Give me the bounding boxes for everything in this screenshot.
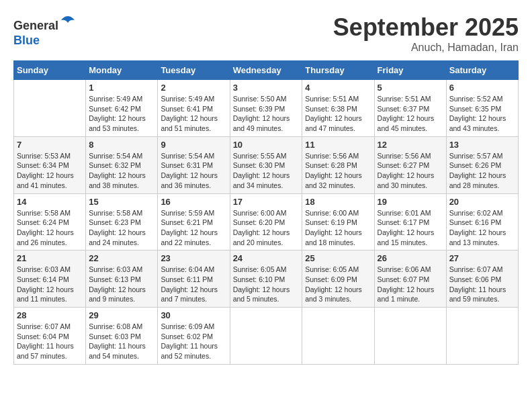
month-title: September 2025 bbox=[333, 13, 519, 42]
day-cell-26: 26Sunrise: 6:06 AMSunset: 6:07 PMDayligh… bbox=[374, 250, 446, 308]
day-info: Sunrise: 6:01 AMSunset: 6:17 PMDaylight:… bbox=[378, 208, 443, 248]
logo-bird-icon bbox=[60, 13, 76, 30]
calendar-table: SundayMondayTuesdayWednesdayThursdayFrid… bbox=[13, 60, 519, 365]
day-number: 12 bbox=[378, 140, 443, 150]
weekday-header-wednesday: Wednesday bbox=[230, 61, 302, 80]
day-cell-24: 24Sunrise: 6:05 AMSunset: 6:10 PMDayligh… bbox=[230, 250, 302, 308]
day-cell-11: 11Sunrise: 5:56 AMSunset: 6:28 PMDayligh… bbox=[302, 136, 374, 193]
day-info: Sunrise: 6:00 AMSunset: 6:20 PMDaylight:… bbox=[233, 208, 300, 248]
day-cell-22: 22Sunrise: 6:03 AMSunset: 6:13 PMDayligh… bbox=[86, 250, 158, 308]
day-info: Sunrise: 6:03 AMSunset: 6:13 PMDaylight:… bbox=[89, 265, 154, 304]
day-cell-12: 12Sunrise: 5:56 AMSunset: 6:27 PMDayligh… bbox=[374, 136, 446, 193]
calendar-week-5: 28Sunrise: 6:07 AMSunset: 6:04 PMDayligh… bbox=[14, 308, 519, 365]
day-info: Sunrise: 5:53 AMSunset: 6:34 PMDaylight:… bbox=[17, 151, 83, 191]
calendar-week-3: 14Sunrise: 5:58 AMSunset: 6:24 PMDayligh… bbox=[14, 193, 519, 250]
day-info: Sunrise: 5:56 AMSunset: 6:27 PMDaylight:… bbox=[378, 151, 443, 191]
day-cell-23: 23Sunrise: 6:04 AMSunset: 6:11 PMDayligh… bbox=[158, 250, 230, 308]
day-number: 13 bbox=[449, 140, 515, 150]
day-cell-7: 7Sunrise: 5:53 AMSunset: 6:34 PMDaylight… bbox=[14, 136, 86, 193]
day-number: 15 bbox=[89, 197, 154, 207]
day-cell-25: 25Sunrise: 6:05 AMSunset: 6:09 PMDayligh… bbox=[302, 250, 374, 308]
day-number: 14 bbox=[17, 197, 83, 207]
day-cell-4: 4Sunrise: 5:51 AMSunset: 6:38 PMDaylight… bbox=[302, 80, 374, 137]
day-info: Sunrise: 5:58 AMSunset: 6:23 PMDaylight:… bbox=[89, 208, 154, 248]
day-number: 2 bbox=[161, 83, 226, 93]
weekday-header-saturday: Saturday bbox=[446, 61, 518, 80]
day-number: 18 bbox=[305, 197, 371, 207]
weekday-header-tuesday: Tuesday bbox=[158, 61, 230, 80]
day-info: Sunrise: 6:06 AMSunset: 6:07 PMDaylight:… bbox=[378, 265, 443, 304]
day-number: 29 bbox=[89, 310, 154, 320]
day-cell-28: 28Sunrise: 6:07 AMSunset: 6:04 PMDayligh… bbox=[14, 308, 86, 365]
day-info: Sunrise: 5:54 AMSunset: 6:32 PMDaylight:… bbox=[89, 151, 154, 191]
logo: General Blue bbox=[13, 13, 76, 48]
day-number: 19 bbox=[378, 197, 443, 207]
calendar-week-4: 21Sunrise: 6:03 AMSunset: 6:14 PMDayligh… bbox=[14, 250, 519, 308]
day-number: 7 bbox=[17, 140, 83, 150]
day-info: Sunrise: 5:49 AMSunset: 6:41 PMDaylight:… bbox=[161, 94, 226, 134]
day-cell-30: 30Sunrise: 6:09 AMSunset: 6:02 PMDayligh… bbox=[158, 308, 230, 365]
day-cell-21: 21Sunrise: 6:03 AMSunset: 6:14 PMDayligh… bbox=[14, 250, 86, 308]
day-number: 22 bbox=[89, 253, 154, 263]
day-number: 3 bbox=[233, 83, 300, 93]
day-number: 23 bbox=[161, 253, 226, 263]
day-number: 21 bbox=[17, 253, 83, 263]
day-number: 6 bbox=[449, 83, 515, 93]
page-header: General Blue September 2025 Anuch, Hamad… bbox=[13, 13, 519, 54]
day-info: Sunrise: 5:59 AMSunset: 6:21 PMDaylight:… bbox=[161, 208, 226, 248]
weekday-header-thursday: Thursday bbox=[302, 61, 374, 80]
day-number: 17 bbox=[233, 197, 300, 207]
day-info: Sunrise: 5:54 AMSunset: 6:31 PMDaylight:… bbox=[161, 151, 226, 191]
day-number: 24 bbox=[233, 253, 300, 263]
day-cell-27: 27Sunrise: 6:07 AMSunset: 6:06 PMDayligh… bbox=[446, 250, 518, 308]
day-info: Sunrise: 5:51 AMSunset: 6:37 PMDaylight:… bbox=[378, 94, 443, 134]
empty-cell bbox=[374, 308, 446, 365]
day-info: Sunrise: 6:05 AMSunset: 6:10 PMDaylight:… bbox=[233, 265, 300, 304]
weekday-header-row: SundayMondayTuesdayWednesdayThursdayFrid… bbox=[14, 61, 519, 80]
calendar-week-1: 1Sunrise: 5:49 AMSunset: 6:42 PMDaylight… bbox=[14, 80, 519, 137]
day-info: Sunrise: 6:07 AMSunset: 6:04 PMDaylight:… bbox=[17, 322, 83, 361]
day-number: 1 bbox=[89, 83, 154, 93]
title-block: September 2025 Anuch, Hamadan, Iran bbox=[333, 13, 519, 54]
day-number: 4 bbox=[305, 83, 371, 93]
day-cell-20: 20Sunrise: 6:02 AMSunset: 6:16 PMDayligh… bbox=[446, 193, 518, 250]
day-number: 26 bbox=[378, 253, 443, 263]
day-cell-3: 3Sunrise: 5:50 AMSunset: 6:39 PMDaylight… bbox=[230, 80, 302, 137]
day-number: 5 bbox=[378, 83, 443, 93]
day-cell-19: 19Sunrise: 6:01 AMSunset: 6:17 PMDayligh… bbox=[374, 193, 446, 250]
logo-general: General bbox=[13, 19, 58, 32]
day-cell-29: 29Sunrise: 6:08 AMSunset: 6:03 PMDayligh… bbox=[86, 308, 158, 365]
day-cell-16: 16Sunrise: 5:59 AMSunset: 6:21 PMDayligh… bbox=[158, 193, 230, 250]
day-number: 10 bbox=[233, 140, 300, 150]
day-number: 27 bbox=[449, 253, 515, 263]
day-cell-10: 10Sunrise: 5:55 AMSunset: 6:30 PMDayligh… bbox=[230, 136, 302, 193]
day-info: Sunrise: 6:08 AMSunset: 6:03 PMDaylight:… bbox=[89, 322, 154, 361]
day-info: Sunrise: 6:00 AMSunset: 6:19 PMDaylight:… bbox=[305, 208, 371, 248]
day-cell-5: 5Sunrise: 5:51 AMSunset: 6:37 PMDaylight… bbox=[374, 80, 446, 137]
day-info: Sunrise: 6:07 AMSunset: 6:06 PMDaylight:… bbox=[449, 265, 515, 304]
day-number: 16 bbox=[161, 197, 226, 207]
day-cell-15: 15Sunrise: 5:58 AMSunset: 6:23 PMDayligh… bbox=[86, 193, 158, 250]
location: Anuch, Hamadan, Iran bbox=[333, 42, 519, 54]
day-info: Sunrise: 6:03 AMSunset: 6:14 PMDaylight:… bbox=[17, 265, 83, 304]
empty-cell bbox=[302, 308, 374, 365]
day-cell-17: 17Sunrise: 6:00 AMSunset: 6:20 PMDayligh… bbox=[230, 193, 302, 250]
calendar-week-2: 7Sunrise: 5:53 AMSunset: 6:34 PMDaylight… bbox=[14, 136, 519, 193]
day-number: 28 bbox=[17, 310, 83, 320]
day-cell-18: 18Sunrise: 6:00 AMSunset: 6:19 PMDayligh… bbox=[302, 193, 374, 250]
day-cell-6: 6Sunrise: 5:52 AMSunset: 6:35 PMDaylight… bbox=[446, 80, 518, 137]
day-cell-9: 9Sunrise: 5:54 AMSunset: 6:31 PMDaylight… bbox=[158, 136, 230, 193]
weekday-header-sunday: Sunday bbox=[14, 61, 86, 80]
weekday-header-monday: Monday bbox=[86, 61, 158, 80]
day-info: Sunrise: 6:09 AMSunset: 6:02 PMDaylight:… bbox=[161, 322, 226, 361]
day-info: Sunrise: 5:49 AMSunset: 6:42 PMDaylight:… bbox=[89, 94, 154, 134]
day-cell-8: 8Sunrise: 5:54 AMSunset: 6:32 PMDaylight… bbox=[86, 136, 158, 193]
day-cell-13: 13Sunrise: 5:57 AMSunset: 6:26 PMDayligh… bbox=[446, 136, 518, 193]
day-info: Sunrise: 5:51 AMSunset: 6:38 PMDaylight:… bbox=[305, 94, 371, 134]
day-info: Sunrise: 6:02 AMSunset: 6:16 PMDaylight:… bbox=[449, 208, 515, 248]
day-number: 8 bbox=[89, 140, 154, 150]
day-info: Sunrise: 6:04 AMSunset: 6:11 PMDaylight:… bbox=[161, 265, 226, 304]
day-number: 20 bbox=[449, 197, 515, 207]
day-number: 9 bbox=[161, 140, 226, 150]
day-info: Sunrise: 5:57 AMSunset: 6:26 PMDaylight:… bbox=[449, 151, 515, 191]
